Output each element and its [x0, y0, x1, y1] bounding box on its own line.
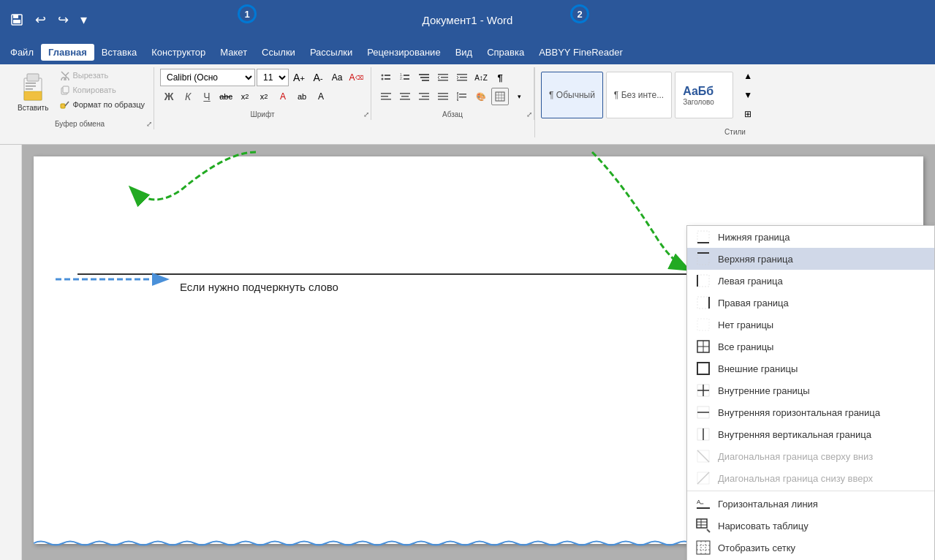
svg-rect-21	[420, 77, 429, 78]
styles-scroll-up[interactable]: ▲	[739, 67, 757, 85]
document-text: Если нужно подчеркнуть слово	[180, 281, 338, 293]
menu-view[interactable]: Вид	[448, 44, 480, 61]
styles-scroll-down[interactable]: ▼	[739, 86, 757, 104]
svg-rect-15	[385, 78, 390, 80]
outer-borders-icon	[696, 361, 711, 376]
menu-abbyy[interactable]: ABBYY FineReader	[531, 44, 630, 61]
italic-button[interactable]: К	[179, 88, 197, 105]
clear-format-button[interactable]: A⌫	[347, 69, 365, 86]
outer-borders-item[interactable]: Внешние границы	[687, 357, 934, 379]
shrink-font-button[interactable]: A-	[309, 69, 327, 86]
svg-rect-11	[61, 104, 65, 108]
right-border-icon	[696, 295, 711, 310]
font-name-select[interactable]: Calibri (Осно	[160, 69, 255, 86]
undo-button[interactable]: ↩	[31, 9, 50, 31]
svg-rect-77	[697, 519, 707, 528]
inner-vert-item[interactable]: Внутренняя вертикальная граница	[687, 423, 934, 445]
grow-font-button[interactable]: A+	[290, 69, 308, 86]
text-color-button[interactable]: A	[312, 88, 330, 105]
align-left-button[interactable]	[377, 88, 395, 105]
font-group: Calibri (Осно 11 A+ A- Aa A⌫ Ж К Ч abc x…	[154, 67, 371, 120]
menu-review[interactable]: Рецензирование	[360, 44, 447, 61]
menu-links[interactable]: Ссылки	[254, 44, 303, 61]
format-painter-button[interactable]: Формат по образцу	[57, 98, 148, 111]
change-case-button[interactable]: Aa	[328, 69, 346, 86]
inner-borders-icon	[696, 383, 711, 398]
bold-button[interactable]: Ж	[160, 88, 178, 105]
no-border-icon	[696, 317, 711, 332]
content-area: Если нужно подчеркнуть слово Нижняя гра	[0, 145, 935, 560]
underline-button[interactable]: Ч	[198, 88, 216, 105]
style-normal[interactable]: ¶ Обычный	[541, 72, 603, 118]
svg-rect-25	[438, 80, 448, 81]
all-borders-item[interactable]: Все границы	[687, 336, 934, 357]
font-label: Шрифт	[154, 110, 371, 118]
style-heading[interactable]: АаБб Заголово	[675, 72, 733, 118]
shading-button[interactable]: 🎨	[472, 88, 490, 105]
left-sidebar	[0, 145, 22, 560]
inner-horiz-item[interactable]: Внутренняя горизонтальная граница	[687, 401, 934, 423]
highlight-button[interactable]: ab	[293, 88, 311, 105]
styles-expand-btn[interactable]: ⊞	[739, 105, 757, 123]
left-border-item[interactable]: Левая граница	[687, 270, 934, 292]
diag-up-item[interactable]: Диагональная граница снизу вверх	[687, 467, 934, 489]
increase-indent-button[interactable]	[453, 69, 471, 86]
paragraph-expand[interactable]: ⤢	[526, 110, 532, 118]
right-border-item[interactable]: Правая граница	[687, 292, 934, 314]
font-size-select[interactable]: 11	[257, 69, 289, 86]
save-button[interactable]	[6, 10, 28, 29]
clipboard-actions: Вырезать Копировать Формат по образцу	[57, 69, 148, 115]
show-grid-item[interactable]: Отобразить сетку	[687, 537, 934, 559]
window-title: Документ1 - Word	[423, 14, 513, 26]
quick-access-dropdown[interactable]: ▾	[76, 9, 91, 31]
subscript-button[interactable]: x2	[236, 88, 254, 105]
svg-rect-26	[457, 74, 467, 75]
inner-borders-item[interactable]: Внутренние границы	[687, 379, 934, 401]
borders-button[interactable]	[491, 88, 509, 105]
menu-constructor[interactable]: Конструктор	[144, 44, 213, 61]
svg-rect-39	[438, 96, 448, 97]
clipboard-expand[interactable]: ⤢	[146, 120, 152, 128]
numbering-button[interactable]: 1.2.	[396, 69, 414, 86]
top-border-item[interactable]: Верхняя граница	[687, 248, 934, 270]
no-border-item[interactable]: Нет границы	[687, 314, 934, 336]
draw-table-item[interactable]: Нарисовать таблицу	[687, 515, 934, 537]
paste-button[interactable]: Вставить	[12, 69, 54, 115]
justify-button[interactable]	[434, 88, 452, 105]
redo-button[interactable]: ↪	[53, 9, 73, 31]
align-center-button[interactable]	[396, 88, 414, 105]
sort-button[interactable]: A↕Z	[472, 69, 490, 86]
superscript-button[interactable]: x2	[255, 88, 273, 105]
horiz-line-item[interactable]: A ═ Горизонтальная линия	[687, 493, 934, 515]
style-no-spacing[interactable]: ¶ Без инте...	[606, 72, 672, 118]
diag-down-item[interactable]: Диагональная граница сверху вниз	[687, 445, 934, 467]
line-spacing-button[interactable]	[453, 88, 471, 105]
decrease-indent-button[interactable]	[434, 69, 452, 86]
svg-rect-54	[697, 275, 709, 287]
font-color-button[interactable]: A	[274, 88, 292, 105]
menu-mailings[interactable]: Рассылки	[303, 44, 360, 61]
svg-rect-19	[404, 78, 409, 80]
font-expand[interactable]: ⤢	[363, 110, 369, 118]
multilevel-list-button[interactable]	[415, 69, 433, 86]
align-right-button[interactable]	[415, 88, 433, 105]
ribbon: Вставить Вырезать Копировать Формат по о…	[0, 64, 935, 145]
copy-button[interactable]: Копировать	[57, 83, 148, 97]
inner-horiz-icon	[696, 405, 711, 420]
svg-rect-43	[496, 92, 504, 101]
menu-layout[interactable]: Макет	[213, 44, 254, 61]
menu-file[interactable]: Файл	[3, 44, 41, 61]
cut-button[interactable]: Вырезать	[57, 69, 148, 82]
document-area[interactable]: Если нужно подчеркнуть слово Нижняя гра	[22, 145, 935, 560]
bottom-border-item[interactable]: Нижняя граница	[687, 226, 934, 248]
svg-rect-23	[438, 74, 448, 75]
strikethrough-button[interactable]: abc	[217, 88, 235, 105]
svg-rect-37	[419, 99, 429, 100]
svg-text:2.: 2.	[400, 76, 403, 80]
menu-home[interactable]: Главная	[41, 44, 94, 61]
menu-help[interactable]: Справка	[480, 44, 531, 61]
borders-dropdown-button[interactable]: ▾	[510, 88, 528, 105]
show-para-button[interactable]: ¶	[491, 69, 509, 86]
bullets-button[interactable]	[377, 69, 395, 86]
menu-insert[interactable]: Вставка	[94, 44, 144, 61]
